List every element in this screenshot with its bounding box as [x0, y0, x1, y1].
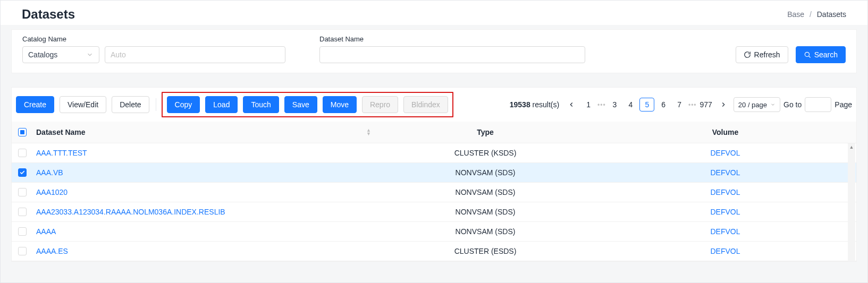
copy-button[interactable]: Copy	[167, 96, 200, 113]
row-checkbox[interactable]	[18, 247, 27, 255]
chevron-left-icon	[568, 101, 575, 108]
sort-icon[interactable]: ▲▼	[366, 128, 371, 136]
column-header-type-label: Type	[477, 128, 494, 136]
goto-page: Go to Page	[783, 97, 852, 112]
results-count-suffix: result(s)	[533, 100, 560, 109]
toolbar: Create View/Edit Delete Copy Load Touch …	[11, 87, 857, 122]
column-header-volume[interactable]: Volume	[594, 128, 856, 136]
page-ellipsis[interactable]: •••	[597, 101, 606, 109]
table-header: Dataset Name ▲▼ Type Volume	[12, 122, 856, 143]
volume-link[interactable]: DEFVOL	[710, 227, 740, 236]
page-977[interactable]: 977	[698, 98, 713, 111]
dataset-type: CLUSTER (ESDS)	[376, 247, 594, 255]
page-prev[interactable]	[564, 98, 578, 111]
column-header-volume-label: Volume	[712, 128, 739, 136]
search-icon	[804, 51, 811, 58]
view-edit-label: View/Edit	[68, 97, 98, 113]
delete-label: Delete	[120, 97, 141, 113]
catalog-select[interactable]: Catalogs	[22, 46, 99, 63]
touch-label: Touch	[251, 97, 271, 113]
search-label: Search	[814, 47, 838, 63]
bldindex-button: Bldindex	[403, 96, 448, 113]
page-1[interactable]: 1	[582, 98, 595, 111]
page-next[interactable]	[717, 98, 730, 111]
dataset-link[interactable]: AAA1020	[36, 188, 68, 196]
dataset-type: NONVSAM (SDS)	[376, 208, 594, 216]
save-button[interactable]: Save	[284, 96, 317, 113]
table-row: AAA1020NONVSAM (SDS)DEFVOL	[12, 183, 856, 202]
pagination: 1 ••• 3 4 5 6 7 ••• 977 20 / page Go to …	[564, 97, 852, 112]
dataset-link[interactable]: AAAA.ES	[36, 247, 68, 255]
page-size-label: 20 / page	[738, 101, 767, 109]
save-label: Save	[292, 97, 309, 113]
page-3[interactable]: 3	[608, 98, 622, 111]
column-header-name-label: Dataset Name	[36, 128, 86, 136]
volume-link[interactable]: DEFVOL	[710, 188, 740, 196]
table-row: AAAA.ESCLUSTER (ESDS)DEFVOL	[12, 242, 856, 261]
create-button[interactable]: Create	[16, 96, 54, 113]
page-title: Datasets	[22, 7, 75, 22]
dataset-name-input[interactable]	[319, 46, 585, 63]
results-count: 19538 result(s)	[510, 100, 559, 109]
move-button[interactable]: Move	[323, 96, 357, 113]
row-checkbox[interactable]	[18, 208, 27, 216]
dataset-link[interactable]: AAAA	[36, 227, 56, 236]
load-button[interactable]: Load	[205, 96, 238, 113]
goto-input[interactable]	[805, 97, 831, 112]
view-edit-button[interactable]: View/Edit	[60, 96, 106, 113]
refresh-icon	[744, 51, 751, 58]
column-header-type[interactable]: Type	[376, 128, 594, 136]
breadcrumb: Base / Datasets	[787, 10, 846, 19]
select-all-checkbox[interactable]	[18, 128, 27, 136]
dataset-link[interactable]: AAA23033.A123034.RAAAA.NOLM036A.INDEX.RE…	[36, 208, 225, 216]
page-5[interactable]: 5	[639, 98, 654, 112]
chevron-down-icon	[86, 51, 94, 58]
bldindex-label: Bldindex	[411, 97, 440, 113]
row-checkbox[interactable]	[18, 227, 27, 236]
dataset-link[interactable]: AAA.TTT.TEST	[36, 149, 87, 157]
row-checkbox[interactable]	[18, 188, 27, 196]
volume-link[interactable]: DEFVOL	[710, 247, 740, 255]
dataset-type: CLUSTER (KSDS)	[376, 149, 594, 157]
breadcrumb-separator: /	[810, 10, 812, 19]
load-label: Load	[213, 97, 230, 113]
page-7[interactable]: 7	[672, 98, 686, 111]
scrollbar[interactable]: ▲	[848, 143, 855, 261]
dataset-link[interactable]: AAA.VB	[36, 168, 63, 177]
table-row: AAA23033.A123034.RAAAA.NOLM036A.INDEX.RE…	[12, 202, 856, 222]
table-row: AAA.VBNONVSAM (SDS)DEFVOL	[12, 163, 856, 183]
page-6[interactable]: 6	[656, 98, 670, 111]
catalog-name-label: Catalog Name	[22, 35, 285, 43]
svg-line-1	[808, 56, 810, 58]
volume-link[interactable]: DEFVOL	[710, 208, 740, 216]
repro-label: Repro	[370, 97, 390, 113]
goto-label: Go to	[783, 100, 802, 109]
delete-button[interactable]: Delete	[112, 96, 149, 113]
move-label: Move	[331, 97, 349, 113]
dataset-name-label: Dataset Name	[319, 35, 585, 43]
volume-link[interactable]: DEFVOL	[710, 149, 740, 157]
copy-label: Copy	[175, 97, 192, 113]
catalog-auto-input[interactable]	[105, 46, 285, 63]
column-header-name[interactable]: Dataset Name ▲▼	[33, 128, 376, 136]
filter-bar: Catalog Name Catalogs Dataset Name Refre…	[11, 29, 857, 73]
toolbar-divider	[156, 98, 156, 111]
goto-page-word: Page	[835, 100, 852, 109]
dataset-type: NONVSAM (SDS)	[376, 227, 594, 236]
page-ellipsis[interactable]: •••	[688, 101, 697, 109]
breadcrumb-base[interactable]: Base	[787, 10, 804, 19]
dataset-type: NONVSAM (SDS)	[376, 188, 594, 196]
search-button[interactable]: Search	[796, 46, 846, 63]
row-checkbox[interactable]	[18, 149, 27, 157]
scrollbar-up-arrow[interactable]: ▲	[848, 143, 855, 151]
page-4[interactable]: 4	[623, 98, 637, 111]
results-count-number: 19538	[510, 100, 530, 109]
refresh-label: Refresh	[754, 47, 780, 63]
volume-link[interactable]: DEFVOL	[710, 168, 740, 177]
page-size-select[interactable]: 20 / page	[734, 97, 780, 112]
row-checkbox[interactable]	[18, 168, 27, 177]
catalog-select-value: Catalogs	[28, 50, 57, 59]
touch-button[interactable]: Touch	[243, 96, 279, 113]
highlighted-action-group: Copy Load Touch Save Move Repro Bldindex	[162, 92, 453, 117]
refresh-button[interactable]: Refresh	[736, 46, 788, 63]
